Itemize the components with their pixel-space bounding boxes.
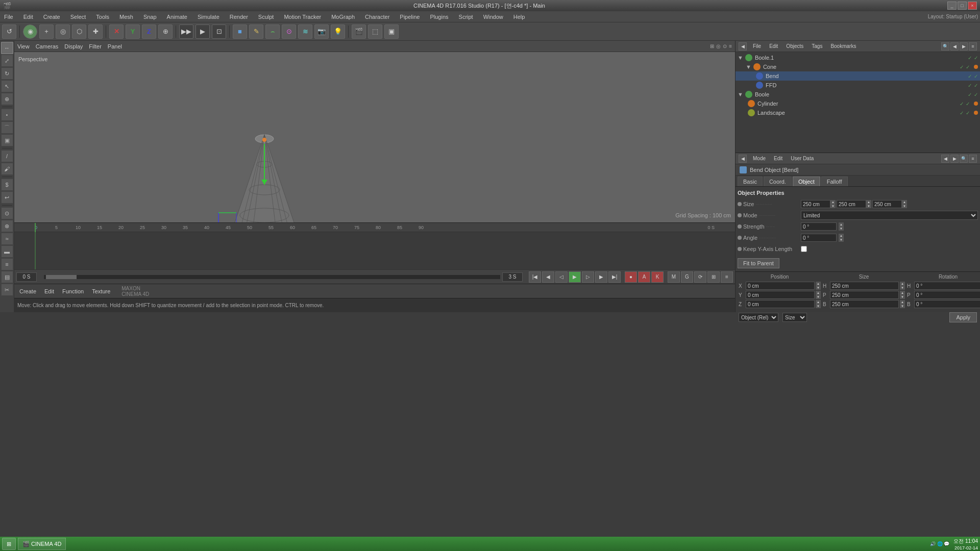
pos-y-up[interactable]: ▲ (816, 291, 821, 295)
close-button[interactable]: × (968, 2, 977, 10)
taskbar-c4d-btn[interactable]: 🎬 CINEMA 4D (18, 538, 66, 550)
obj-vis-landscape[interactable]: ✓ (966, 110, 970, 116)
smear-tool[interactable]: ≈ (1, 233, 13, 245)
spline-btn[interactable]: ⌢ (265, 24, 280, 39)
obj-expand-cone[interactable]: ▼ (746, 64, 751, 70)
menu-file[interactable]: File (2, 13, 15, 21)
size-h-down[interactable]: ▼ (900, 286, 905, 290)
menu-mesh[interactable]: Mesh (117, 13, 135, 21)
size-z-up[interactable]: ▲ (902, 200, 907, 204)
obj-vis-cylinder[interactable]: ✓ (966, 101, 970, 107)
obj-boole1[interactable]: ▼ Boole.1 ✓ ✓ (736, 53, 980, 62)
timeline-scrollbar[interactable] (44, 275, 500, 279)
size-b-up[interactable]: ▲ (900, 300, 905, 304)
size-b-down[interactable]: ▼ (900, 304, 905, 308)
menu-select[interactable]: Select (68, 13, 88, 21)
object-mode-btn[interactable]: ◉ (23, 24, 37, 39)
obj-menu-bookmarks[interactable]: Bookmarks (828, 42, 858, 50)
edges-mode[interactable]: ⌒ (1, 121, 13, 134)
go-end-btn[interactable]: ▶| (608, 271, 621, 283)
select-tool[interactable]: ↖ (1, 80, 13, 92)
attr-search-icon[interactable]: 🔍 (960, 155, 968, 163)
size-y-input[interactable] (837, 200, 866, 208)
size-h-up[interactable]: ▲ (900, 282, 905, 286)
material-menu-texture[interactable]: Texture (90, 287, 112, 295)
obj-vis-cone[interactable]: ✓ (966, 64, 970, 70)
next-frame-btn[interactable]: ▶ (595, 271, 607, 283)
gen-btn[interactable]: ⊙ (282, 24, 296, 39)
obj-boole[interactable]: ▼ Boole ✓ ✓ (736, 90, 980, 99)
viewport-icon4[interactable]: ≡ (729, 43, 732, 49)
obj-menu-file[interactable]: File (751, 42, 763, 50)
x-btn[interactable]: ✕ (109, 24, 124, 39)
size-x-down[interactable]: ▼ (830, 204, 836, 208)
viewport-menu-display[interactable]: Display (64, 43, 83, 49)
size-h-input[interactable] (830, 282, 899, 290)
strength-up[interactable]: ▲ (839, 222, 844, 227)
timeline-cursor[interactable] (35, 223, 36, 232)
attr-menu-userdata[interactable]: User Data (789, 155, 816, 162)
obj-menu-edit[interactable]: Edit (767, 42, 780, 50)
pos-x-input[interactable] (746, 282, 815, 290)
obj-check-cone[interactable]: ✓ (960, 64, 964, 70)
add-btn[interactable]: + (39, 24, 54, 39)
next-key-btn[interactable]: ▷ (582, 271, 594, 283)
relax-tool[interactable]: ≡ (1, 258, 13, 270)
material-menu-edit[interactable]: Edit (42, 287, 56, 295)
fill-tool[interactable]: ▤ (1, 271, 13, 283)
hex-btn[interactable]: ⬡ (72, 24, 86, 39)
move-tool[interactable]: ↔ (1, 42, 13, 54)
menu-character[interactable]: Character (363, 13, 391, 21)
obj-vis-ffd[interactable]: ✓ (974, 83, 978, 88)
motion-mode-btn[interactable]: M (668, 271, 680, 283)
render-active-btn[interactable]: ▶ (195, 24, 210, 39)
viewport-menu-panel[interactable]: Panel (108, 43, 122, 49)
pos-x-up[interactable]: ▲ (816, 282, 821, 286)
measure-tool[interactable]: ↩ (1, 191, 13, 204)
attr-tab-object[interactable]: Object (793, 177, 820, 186)
coord-mode-select[interactable]: Object (Rel) Object (Abs) World (739, 313, 778, 322)
obj-nav-prev[interactable]: ◀ (950, 42, 959, 51)
mode-select[interactable]: Limited Infinite Within Box Within Splin… (801, 211, 978, 220)
obj-expand-boole[interactable]: ▼ (738, 91, 743, 97)
pos-z-down[interactable]: ▼ (816, 304, 821, 308)
paint-tool[interactable]: 🖌 (1, 163, 13, 175)
pos-z-input[interactable] (746, 300, 815, 308)
obj-menu-tags[interactable]: Tags (810, 42, 824, 50)
material-menu-create[interactable]: Create (17, 287, 38, 295)
menu-snap[interactable]: Snap (141, 13, 159, 21)
current-time-input[interactable] (16, 272, 37, 282)
menu-help[interactable]: Help (511, 13, 527, 21)
rot-h-input[interactable] (914, 282, 980, 290)
menu-tools[interactable]: Tools (94, 13, 111, 21)
pos-z-up[interactable]: ▲ (816, 300, 821, 304)
obj-ffd[interactable]: FFD ✓ ✓ (736, 81, 980, 90)
menu-create[interactable]: Create (41, 13, 62, 21)
obj-settings-icon[interactable]: ≡ (969, 42, 977, 51)
z-btn[interactable]: Z (142, 24, 156, 39)
taskbar-start-btn[interactable]: ⊞ (2, 538, 16, 550)
obj-search-icon[interactable]: 🔍 (941, 42, 949, 51)
menu-animate[interactable]: Animate (165, 13, 189, 21)
live-select-tool[interactable]: ⊕ (1, 93, 13, 105)
attr-back-icon[interactable]: ◀ (941, 155, 949, 163)
prev-key-btn[interactable]: ◁ (555, 271, 568, 283)
obj-check-cylinder[interactable]: ✓ (960, 101, 964, 107)
attr-tab-coord[interactable]: Coord. (764, 177, 792, 186)
attr-forward-icon[interactable]: ▶ (950, 155, 959, 163)
menu-simulate[interactable]: Simulate (195, 13, 222, 21)
viewport-menu-cameras[interactable]: Cameras (36, 43, 59, 49)
magnet-tool[interactable]: ⊙ (1, 207, 13, 219)
menu-mograph[interactable]: MoGraph (329, 13, 357, 21)
attr-menu-edit[interactable]: Edit (772, 155, 785, 162)
attr-tab-falloff[interactable]: Falloff (821, 177, 848, 186)
minimize-button[interactable]: _ (947, 2, 957, 10)
pen-btn[interactable]: ✎ (249, 24, 263, 39)
go-start-btn[interactable]: |◀ (529, 271, 541, 283)
viewport-menu-view[interactable]: View (17, 43, 30, 49)
prev-frame-btn[interactable]: ◀ (542, 271, 554, 283)
rot-p-input[interactable] (914, 291, 980, 299)
undo-button[interactable]: ↺ (2, 24, 16, 39)
cam-btn[interactable]: 📷 (314, 24, 329, 39)
obj-vis-boole1[interactable]: ✓ (974, 55, 978, 61)
